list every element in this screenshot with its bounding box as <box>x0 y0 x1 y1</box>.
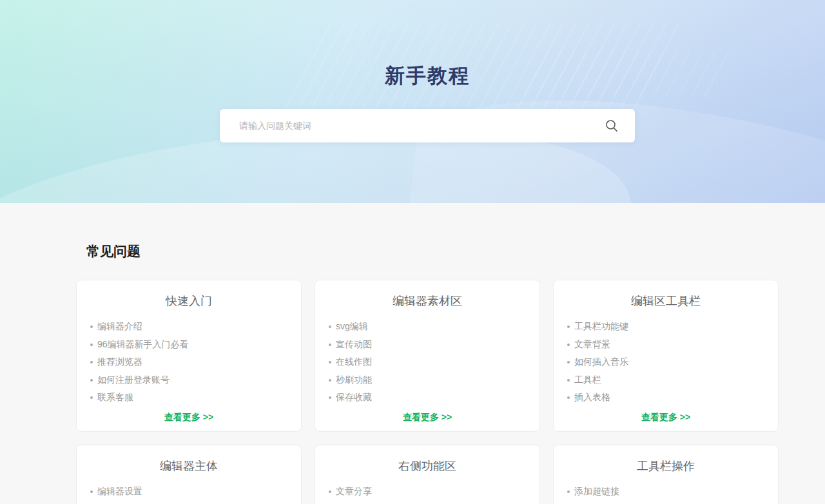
card-item[interactable]: 编辑器介绍 <box>97 318 288 336</box>
card-title: 快速入门 <box>77 293 288 309</box>
card-item[interactable]: 文章预览 <box>336 500 527 504</box>
card-title: 编辑器主体 <box>77 458 288 474</box>
faq-card-material-area: 编辑器素材区 svg编辑 宣传动图 在线作图 秒刷功能 保存收藏 查看更多 >> <box>315 280 540 432</box>
card-item[interactable]: 文章分享 <box>336 483 527 501</box>
card-item-list: 编辑器设置 边框 <box>77 483 288 504</box>
card-item[interactable]: 在线作图 <box>336 353 527 371</box>
card-item[interactable]: 边框 <box>97 500 288 504</box>
card-item[interactable]: 编辑器设置 <box>97 483 288 501</box>
card-item[interactable]: 插入表格 <box>574 389 765 407</box>
search-bar <box>220 109 635 142</box>
card-item-list: 添加超链接 文章背景 <box>554 483 765 504</box>
faq-card-right-panel: 右侧功能区 文章分享 文章预览 查看更多 >> <box>315 445 540 504</box>
faq-section: 常见问题 快速入门 编辑器介绍 96编辑器新手入门必看 推荐浏览器 如何注册登录… <box>76 203 779 504</box>
card-item[interactable]: 工具栏功能键 <box>574 318 765 336</box>
card-item-list: 文章分享 文章预览 <box>315 483 527 504</box>
card-title: 编辑器素材区 <box>315 293 527 309</box>
card-title: 右侧功能区 <box>315 458 527 474</box>
card-item[interactable]: 推荐浏览器 <box>97 353 288 371</box>
faq-card-edit-toolbar: 编辑区工具栏 工具栏功能键 文章背景 如何插入音乐 工具栏 插入表格 查看更多 … <box>553 280 779 432</box>
card-item[interactable]: 文章背景 <box>574 336 765 354</box>
search-icon <box>604 118 619 133</box>
card-item[interactable]: 文章背景 <box>574 500 765 504</box>
card-item-list: 编辑器介绍 96编辑器新手入门必看 推荐浏览器 如何注册登录账号 联系客服 <box>77 318 288 407</box>
view-more-link[interactable]: 查看更多 >> <box>77 412 288 423</box>
search-button[interactable] <box>600 114 623 137</box>
card-title: 编辑区工具栏 <box>554 293 765 309</box>
faq-card-editor-body: 编辑器主体 编辑器设置 边框 查看更多 >> <box>76 445 302 504</box>
card-item[interactable]: 宣传动图 <box>336 336 527 354</box>
card-item[interactable]: svg编辑 <box>336 318 527 336</box>
card-item-list: 工具栏功能键 文章背景 如何插入音乐 工具栏 插入表格 <box>554 318 765 407</box>
tutorial-page: 新手教程 常见问题 快速入门 <box>0 0 825 504</box>
hero-banner: 新手教程 <box>0 0 825 203</box>
view-more-link[interactable]: 查看更多 >> <box>554 412 765 423</box>
card-item[interactable]: 秒刷功能 <box>336 371 527 389</box>
faq-heading: 常见问题 <box>86 244 779 259</box>
hero-content: 新手教程 <box>76 0 779 142</box>
card-item[interactable]: 如何注册登录账号 <box>97 371 288 389</box>
card-item-list: svg编辑 宣传动图 在线作图 秒刷功能 保存收藏 <box>315 318 527 407</box>
card-item[interactable]: 联系客服 <box>97 389 288 407</box>
card-title: 工具栏操作 <box>554 458 765 474</box>
search-input[interactable] <box>239 121 600 131</box>
card-item[interactable]: 96编辑器新手入门必看 <box>97 336 288 354</box>
faq-card-grid: 快速入门 编辑器介绍 96编辑器新手入门必看 推荐浏览器 如何注册登录账号 联系… <box>76 280 779 504</box>
view-more-link[interactable]: 查看更多 >> <box>315 412 527 423</box>
faq-card-toolbar-operations: 工具栏操作 添加超链接 文章背景 查看更多 >> <box>553 445 779 504</box>
page-title: 新手教程 <box>76 0 779 88</box>
card-item[interactable]: 如何插入音乐 <box>574 353 765 371</box>
card-item[interactable]: 保存收藏 <box>336 389 527 407</box>
card-item[interactable]: 工具栏 <box>574 371 765 389</box>
faq-card-quick-start: 快速入门 编辑器介绍 96编辑器新手入门必看 推荐浏览器 如何注册登录账号 联系… <box>76 280 302 432</box>
card-item[interactable]: 添加超链接 <box>574 483 765 501</box>
